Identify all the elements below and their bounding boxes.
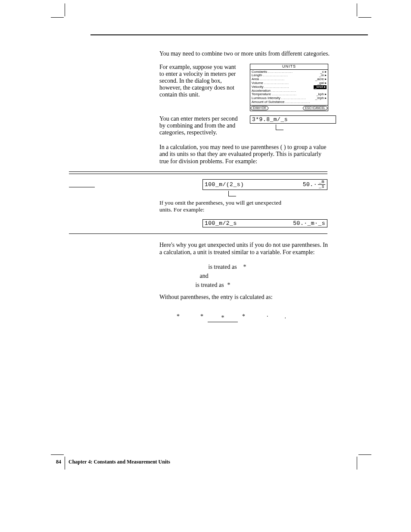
expr1-text: 3*9.8_m/_s [252,116,288,123]
dialog-title: UNITS [250,64,328,70]
lead-line-1 [250,124,336,133]
intro-para: You may need to combine two or more unit… [159,50,332,58]
example-group: 100_m/(2_s) 50.·_m_s If you omit the par… [159,179,332,227]
example-2: 100_m/2_s 50.·_m·_s [202,219,327,227]
table-rule-top2 [69,174,327,174]
line-a: is treated as * [177,262,332,271]
units-dialog: UNITS Constants.................._c ▸Len… [250,64,328,111]
dialog-footer: Enter=OK ESC=CANCEL [250,105,328,111]
op-star-1: * [177,313,180,320]
dialog-row: Constants.................._c ▸ [252,70,327,74]
page-number: 84 [56,459,61,465]
calc-entry-3: 100_m/2_s 50.·_m·_s [202,219,327,227]
example-text-1: For example, suppose you want to enter a… [159,64,241,111]
op-star-2: * [200,313,203,320]
table-rule-top [69,171,327,172]
example-1: 100_m/(2_s) 50.·_m_s [202,179,327,199]
op-star-4: * [242,313,245,320]
chapter-title: Chapter 4: Constants and Measurement Uni… [68,459,170,465]
treated-as-list: is treated as * and is treated as * [177,262,332,289]
example-row-2: You can enter meters per second by combi… [159,115,332,136]
op-dot-2: . [285,313,286,320]
cropmark [357,457,357,470]
calc-screenshot: UNITS Constants.................._c ▸Len… [250,64,332,111]
lead-line-2 [202,190,327,199]
cropmark [358,17,371,18]
section-rule [90,34,368,35]
cropmark [51,454,64,455]
cropmark [51,17,64,18]
ex2-lhs: 100_m/2_s [205,220,237,227]
ex2-rhs: 50.·_m·_s [293,220,325,227]
ex1-rhs: 50.·_m_s [303,180,325,189]
calc-entry-1: 3*9.8_m/_s [250,115,336,124]
ex1-lhs: 100_m/(2_s) [205,181,244,188]
explain-para: Here's why you get unexpected units if y… [159,242,332,256]
cropmark [65,3,65,16]
page: You may need to combine two or more unit… [0,0,411,532]
op-star-top: * [221,315,224,321]
esc-cancel: ESC=CANCEL [303,106,327,110]
paren-para: In a calculation, you may need to use pa… [159,144,332,165]
fraction-bar [208,322,238,322]
omit-note: If you omit the parentheses, you will ge… [159,199,289,213]
calc-entry-2: 100_m/(2_s) 50.·_m_s [202,179,327,190]
side-rule [69,187,95,187]
dialog-row: Amount of Substance.................. [252,100,327,104]
example-text-2: You can enter meters per second by combi… [159,115,241,136]
body-content: You may need to combine two or more unit… [159,50,332,327]
cropmark [358,454,371,455]
equation: * * * * * · . [177,307,286,327]
cropmark [357,3,357,16]
fraction: _m_s [318,180,325,189]
page-footer: 84 Chapter 4: Constants and Measurement … [56,459,170,465]
expr-box-1: 3*9.8_m/_s [250,115,336,136]
dialog-rows: Constants.................._c ▸Length...… [250,70,328,105]
enter-ok: Enter=OK [251,106,268,110]
line-c: is treated as * [177,280,332,289]
example-row-1: For example, suppose you want to enter a… [159,64,332,111]
line-b: and [177,271,332,280]
op-dot-1: · [267,313,268,320]
fraction-col: * * [208,307,238,327]
no-paren-para: Without parentheses, the entry is calcul… [159,294,332,301]
table-rule-bottom [69,233,327,234]
